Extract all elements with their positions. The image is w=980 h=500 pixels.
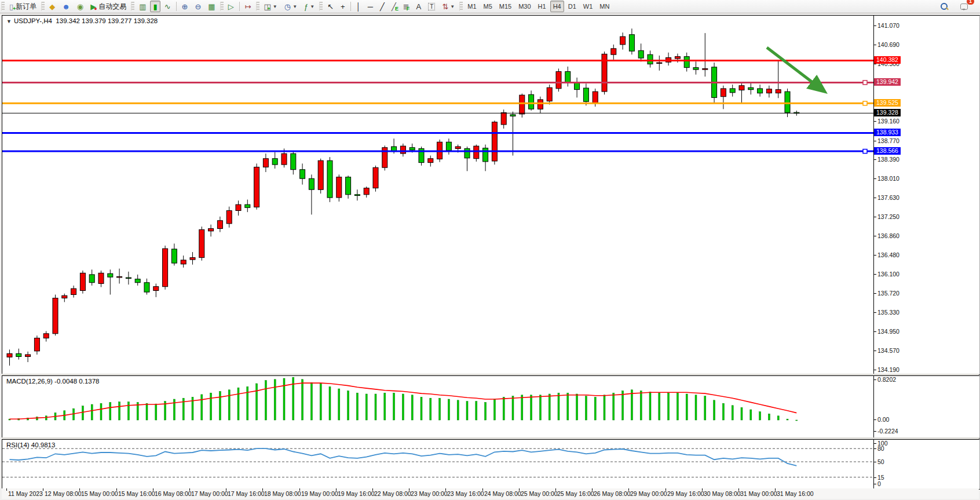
signals-button[interactable]: ◉	[74, 1, 86, 12]
candle-body	[465, 148, 470, 158]
timeframe-w1-button[interactable]: W1	[580, 1, 596, 12]
text-icon: A	[416, 3, 422, 10]
timeframe-m1-button[interactable]: M1	[465, 1, 479, 12]
cursor-button[interactable]: ↖	[324, 1, 337, 12]
trendline-button[interactable]: ╱	[377, 1, 387, 12]
chevron-down-icon[interactable]: ▼	[310, 4, 315, 9]
rsi-label: RSI(14) 40.9813	[6, 441, 55, 448]
pivot-line-handle[interactable]	[863, 101, 867, 105]
text-button[interactable]: A	[414, 1, 425, 12]
price-tick-label: 135.720	[877, 290, 899, 297]
macd-chart[interactable]	[2, 376, 873, 438]
auto-scroll-icon: ▷	[228, 3, 234, 10]
timeframe-m30-button[interactable]: M30	[515, 1, 533, 12]
arrows-button[interactable]: ⇅▼	[439, 1, 458, 12]
candle-body	[263, 159, 268, 167]
support-line-1-price-badge: 138.933	[874, 129, 901, 136]
macd-histogram-bar	[393, 393, 395, 420]
pivot-line-price-badge: 139.525	[874, 99, 901, 107]
timeframe-m5-button[interactable]: M5	[481, 1, 495, 12]
vertical-line-button[interactable]: │	[353, 1, 364, 12]
macd-histogram-bar	[759, 412, 761, 420]
autotrading-button[interactable]: ▶●自动交易	[87, 1, 129, 12]
macd-histogram-bar	[604, 395, 605, 420]
chevron-down-icon[interactable]: ▼	[273, 4, 277, 9]
timeframe-h1-button[interactable]: H1	[535, 1, 549, 12]
metaeditor-button[interactable]: ◆	[46, 1, 58, 12]
macd-histogram-bar	[265, 381, 266, 420]
new-order-button[interactable]: ▯+新订单	[6, 1, 39, 12]
toolbar-grip[interactable]	[41, 2, 45, 11]
timeframe-m15-button[interactable]: M15	[496, 1, 514, 12]
rsi-chart[interactable]	[2, 440, 873, 489]
toolbar-grip[interactable]	[1, 2, 5, 11]
toolbar-grip[interactable]	[220, 2, 224, 11]
time-tick	[482, 488, 483, 491]
resistance-line-2-handle[interactable]	[863, 81, 867, 85]
collapse-chart-icon[interactable]: ▼	[6, 19, 12, 24]
chart-shift-button[interactable]: ↦	[242, 1, 254, 12]
candle-body	[71, 289, 76, 294]
macd-histogram-bar	[714, 400, 715, 420]
candle-body	[25, 355, 31, 357]
indicators-icon: ƒ	[304, 3, 308, 10]
chevron-down-icon[interactable]: ▼	[450, 4, 455, 9]
zoom-in-button[interactable]: ⊕	[179, 1, 191, 12]
macd-histogram-bar	[659, 393, 660, 420]
autotrading-icon-overlay: ●	[94, 6, 97, 12]
candle-body	[520, 95, 525, 114]
tile-windows-button[interactable]: ▦	[205, 1, 218, 12]
bar-chart-button[interactable]: ▥	[136, 1, 149, 12]
macd-values: -0.0048 0.1378	[54, 378, 99, 385]
text-label-button[interactable]: T	[425, 1, 438, 12]
periods-button[interactable]: ◷▼	[281, 1, 300, 12]
toolbar-grip[interactable]	[131, 2, 134, 11]
rsi-axis[interactable]: 1008050150	[873, 440, 979, 489]
line-chart-button[interactable]: ∿	[162, 1, 174, 12]
candle-body	[190, 258, 195, 260]
crosshair-button[interactable]: +	[338, 1, 348, 12]
community-button[interactable]: ☻	[59, 1, 73, 12]
notifications-button[interactable]: 1	[957, 1, 971, 12]
channel-button[interactable]: ╱E	[389, 1, 399, 12]
auto-scroll-button[interactable]: ▷	[225, 1, 237, 12]
candle-body	[62, 295, 67, 298]
search-button[interactable]	[938, 1, 950, 12]
horizontal-line-button[interactable]: ─	[365, 1, 376, 12]
support-line-2-handle[interactable]	[863, 149, 867, 154]
fibonacci-button[interactable]: ≣F	[400, 1, 412, 12]
candle-body	[364, 188, 369, 195]
macd-histogram-bar	[119, 402, 120, 421]
time-tick	[738, 488, 739, 491]
timeframe-d1-button[interactable]: D1	[565, 1, 579, 12]
macd-histogram-bar	[219, 392, 221, 421]
time-tick	[665, 488, 666, 491]
symbol-period-label: USDJPY-,H4	[14, 17, 52, 24]
candle-body	[291, 154, 296, 170]
candle-body	[510, 115, 515, 116]
macd-histogram-bar	[686, 394, 688, 420]
candlestick-button[interactable]: ▮	[150, 1, 160, 12]
candlestick-chart[interactable]	[2, 16, 873, 374]
candle-body	[245, 205, 250, 207]
toolbar-grip[interactable]	[256, 2, 259, 11]
zoom-out-button[interactable]: ⊖	[192, 1, 204, 12]
timeframe-h4-button[interactable]: H4	[550, 1, 564, 12]
macd-histogram-bar	[283, 378, 285, 420]
indicators-button[interactable]: ƒ▼	[301, 1, 317, 12]
time-axis[interactable]: 11 May 202312 May 08:0015 May 00:0015 Ma…	[2, 488, 979, 499]
chevron-down-icon[interactable]: ▼	[292, 4, 297, 9]
toolbar-grip[interactable]	[319, 2, 323, 11]
macd-histogram-bar	[100, 403, 102, 420]
macd-histogram-bar	[466, 402, 468, 420]
timeframe-mn-button[interactable]: MN	[597, 1, 612, 12]
macd-axis[interactable]: 0.82020.00-0.2224	[873, 376, 979, 438]
toolbar-grip[interactable]	[459, 2, 463, 11]
time-tick	[79, 488, 80, 491]
price-axis[interactable]: 141.070140.690140.300139.160138.770138.3…	[873, 16, 979, 374]
annotation-arrow[interactable]	[767, 48, 823, 90]
candle-body	[693, 68, 699, 70]
macd-histogram-bar	[420, 397, 422, 420]
new-chart-button[interactable]: ◫+▼	[261, 1, 280, 12]
macd-histogram-bar	[146, 403, 148, 420]
